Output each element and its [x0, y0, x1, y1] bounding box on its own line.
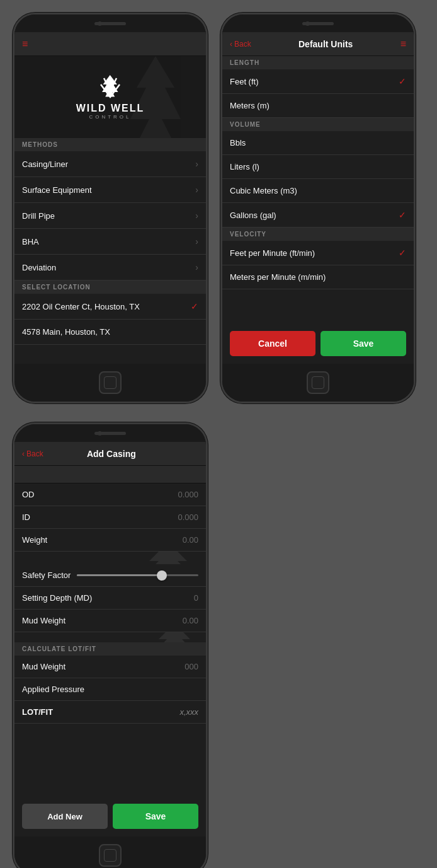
- phone-3: ‹ Back Add Casing OD 0.000 ID 0.000 Weig…: [13, 422, 208, 868]
- location-item-2[interactable]: 4578 Main, Houston, TX: [14, 320, 206, 345]
- add-new-button[interactable]: Add New: [22, 804, 108, 829]
- phone-2-content: LENGTH Feet (ft) ✓ Meters (m) VOLUME Bbl…: [222, 56, 414, 364]
- units-gallons[interactable]: Gallons (gal) ✓: [222, 203, 414, 228]
- phone-1-content: METHODS Casing/Liner › Surface Equipment…: [14, 138, 206, 364]
- home-button-1[interactable]: [99, 371, 122, 394]
- phone-2-header: ‹ Back Default Units ≡: [222, 32, 414, 56]
- home-button-2[interactable]: [307, 371, 329, 394]
- phone-1-top: [14, 14, 206, 32]
- watermark-divider: [14, 552, 206, 564]
- methods-section-label: METHODS: [14, 138, 206, 151]
- cancel-button[interactable]: Cancel: [230, 331, 315, 356]
- phone-3-top: [14, 424, 206, 442]
- phone-2-screen: ‹ Back Default Units ≡ LENGTH Feet (ft) …: [222, 32, 414, 364]
- check-icon-gallons: ✓: [399, 210, 406, 220]
- units-liters[interactable]: Liters (l): [222, 155, 414, 179]
- back-arrow-icon-2: ‹: [230, 40, 232, 49]
- watermark-svg-2: [143, 632, 206, 642]
- phone-1-bottom: [14, 364, 206, 402]
- logo-name: WILD WELL: [76, 103, 145, 114]
- units-bbls[interactable]: Bbls: [222, 131, 414, 155]
- velocity-section-label: VELOCITY: [222, 228, 414, 241]
- units-feet[interactable]: Feet (ft) ✓: [222, 69, 414, 94]
- phone-1-header: ≡: [14, 32, 206, 56]
- units-meters[interactable]: Meters (m): [222, 94, 414, 118]
- phone-3-content: OD 0.000 ID 0.000 Weight 0.00 Safety Fac…: [14, 466, 206, 836]
- check-icon-fpm: ✓: [399, 248, 406, 258]
- home-button-inner-2: [312, 376, 324, 389]
- home-button-inner-1: [104, 376, 116, 389]
- menu-item-bha[interactable]: BHA ›: [14, 229, 206, 255]
- location-item-1[interactable]: 2202 Oil Center Ct, Houston, TX ✓: [14, 294, 206, 320]
- check-icon-feet: ✓: [399, 76, 406, 86]
- phone-1: ≡ WILD WELL CONTROL METHODS Casing/Liner: [13, 13, 208, 403]
- length-section-label: LENGTH: [222, 56, 414, 69]
- phone-2-bottom: [222, 364, 414, 402]
- phone-3-title: Add Casing: [43, 449, 179, 459]
- back-button-2[interactable]: ‹ Back: [230, 40, 251, 49]
- field-lot-fit: LOT/FIT x,xxx: [14, 701, 206, 724]
- safety-factor-label: Safety Factor: [22, 570, 71, 580]
- back-button-3[interactable]: ‹ Back: [22, 449, 43, 458]
- logo-area: WILD WELL CONTROL: [14, 56, 206, 138]
- chevron-icon-deviation: ›: [195, 262, 198, 272]
- chevron-icon-surface: ›: [195, 185, 198, 195]
- select-location-label: SELECT LOCATION: [14, 281, 206, 294]
- save-button-3[interactable]: Save: [113, 804, 198, 829]
- check-icon-location-1: ✓: [191, 301, 198, 311]
- phone-3-bottom: [14, 836, 206, 868]
- volume-section-label: VOLUME: [222, 118, 414, 131]
- chevron-icon-casing: ›: [195, 159, 198, 169]
- input-area[interactable]: [14, 466, 206, 483]
- field-weight[interactable]: Weight 0.00: [14, 529, 206, 552]
- chevron-icon-drillpipe: ›: [195, 211, 198, 221]
- phone-2-top: [222, 14, 414, 32]
- field-od[interactable]: OD 0.000: [14, 483, 206, 506]
- watermark-svg: [130, 552, 206, 564]
- menu-item-surface[interactable]: Surface Equipment ›: [14, 177, 206, 203]
- home-button-inner-3: [104, 849, 116, 862]
- phone-1-screen: ≡ WILD WELL CONTROL METHODS Casing/Liner: [14, 32, 206, 364]
- phone-3-screen: ‹ Back Add Casing OD 0.000 ID 0.000 Weig…: [14, 442, 206, 836]
- logo-sub: CONTROL: [76, 114, 145, 120]
- phone-2-camera: [305, 21, 310, 26]
- menu-item-deviation[interactable]: Deviation ›: [14, 255, 206, 281]
- slider-fill: [77, 574, 162, 576]
- phone-3-camera: [98, 431, 102, 436]
- phone-1-camera: [98, 21, 102, 26]
- logo-svg-icon: [94, 75, 126, 100]
- back-arrow-icon-3: ‹: [22, 449, 25, 458]
- phone-2: ‹ Back Default Units ≡ LENGTH Feet (ft) …: [220, 13, 416, 403]
- field-mud-weight-lot[interactable]: Mud Weight 000: [14, 656, 206, 678]
- units-meters-per-min[interactable]: Meters per Minute (m/min): [222, 265, 414, 289]
- save-button[interactable]: Save: [321, 331, 406, 356]
- safety-factor-row: Safety Factor: [14, 564, 206, 587]
- field-applied-pressure[interactable]: Applied Pressure: [14, 678, 206, 701]
- chevron-icon-bha: ›: [195, 236, 198, 246]
- phone-3-action-buttons: Add New Save: [14, 796, 206, 836]
- units-feet-per-min[interactable]: Feet per Minute (ft/min) ✓: [222, 241, 414, 265]
- hamburger-icon-2[interactable]: ≡: [400, 39, 406, 49]
- safety-factor-slider[interactable]: [77, 574, 198, 576]
- field-id[interactable]: ID 0.000: [14, 506, 206, 529]
- home-button-3[interactable]: [99, 844, 122, 867]
- menu-item-casing[interactable]: Casing/Liner ›: [14, 151, 206, 177]
- phone-2-action-buttons: Cancel Save: [222, 323, 414, 364]
- field-setting-depth[interactable]: Setting Depth (MD) 0: [14, 587, 206, 610]
- slider-thumb[interactable]: [157, 570, 167, 581]
- watermark-divider-2: [14, 632, 206, 642]
- units-cubic-meters[interactable]: Cubic Meters (m3): [222, 179, 414, 203]
- field-mud-weight-top[interactable]: Mud Weight 0.00: [14, 610, 206, 632]
- phone-2-title: Default Units: [251, 39, 400, 49]
- hamburger-icon[interactable]: ≡: [22, 39, 28, 49]
- menu-item-drillpipe[interactable]: Drill Pipe ›: [14, 203, 206, 229]
- logo-text: WILD WELL CONTROL: [76, 75, 145, 120]
- calculate-section-label: CALCULATE LOT/FIT: [14, 642, 206, 656]
- phone-3-header: ‹ Back Add Casing: [14, 442, 206, 466]
